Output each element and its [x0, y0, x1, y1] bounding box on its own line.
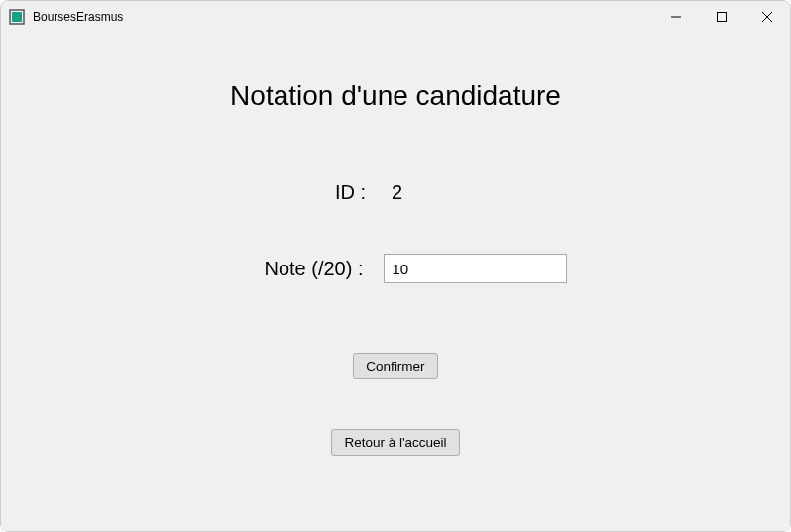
client-area: Notation d'une candidature ID : 2 Note (… — [1, 33, 790, 531]
titlebar: BoursesErasmus — [1, 1, 790, 33]
id-value: 2 — [386, 181, 564, 204]
app-window: BoursesErasmus Notation d'une cand — [0, 0, 791, 532]
window-title: BoursesErasmus — [33, 10, 123, 24]
note-label: Note (/20) : — [225, 258, 364, 280]
minimize-button[interactable] — [653, 1, 699, 33]
svg-rect-3 — [718, 13, 727, 22]
svg-rect-1 — [12, 12, 22, 22]
window-controls — [653, 1, 790, 33]
close-icon — [762, 12, 772, 22]
back-button[interactable]: Retour à l'accueil — [331, 429, 459, 456]
maximize-button[interactable] — [699, 1, 744, 33]
button-group: Confirmer Retour à l'accueil — [331, 353, 459, 456]
note-row: Note (/20) : — [225, 254, 567, 283]
id-row: ID : 2 — [227, 181, 564, 204]
page-title: Notation d'une candidature — [230, 80, 561, 112]
maximize-icon — [717, 12, 727, 22]
confirm-button[interactable]: Confirmer — [353, 353, 437, 379]
minimize-icon — [671, 12, 681, 22]
id-label: ID : — [227, 181, 366, 204]
app-icon — [9, 9, 25, 25]
close-button[interactable] — [744, 1, 790, 33]
note-input[interactable] — [384, 254, 567, 283]
